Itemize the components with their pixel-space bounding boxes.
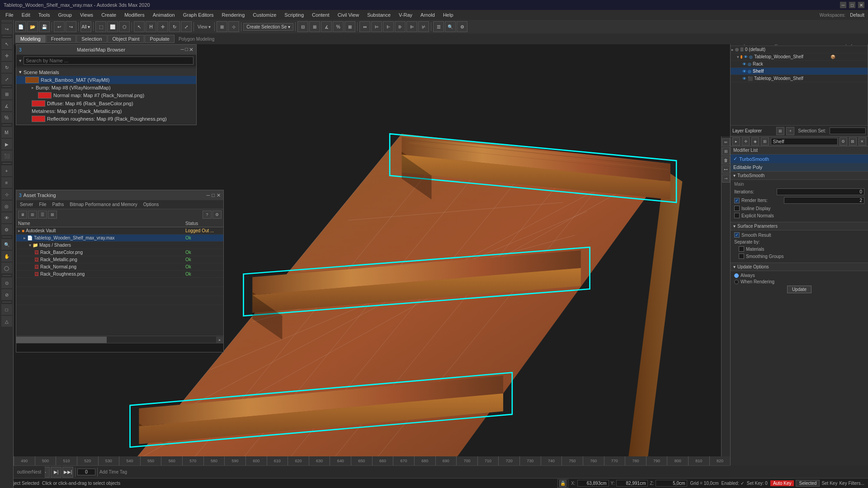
props-icon-5[interactable]: ⚙ [840, 137, 847, 145]
material-editor-btn[interactable]: M [1, 127, 12, 138]
layer-explorer-tab[interactable]: Layer Explorer [732, 128, 762, 133]
mat-item-bump[interactable]: ▸ Bump: Map #8 (VRayNormalMap) [16, 84, 196, 91]
minimize-btn[interactable]: ─ [840, 2, 846, 8]
isoline-checkbox[interactable] [734, 206, 740, 211]
at-btn-4[interactable]: ⊠ [48, 211, 57, 219]
snap-toggle[interactable]: ⊞ [1, 89, 12, 99]
align-camera[interactable]: ⊬ [418, 21, 429, 32]
tab-object-paint[interactable]: Object Paint [108, 35, 145, 43]
create-selection-btn[interactable]: Create Selection Se ▾ [243, 23, 293, 31]
scale-btn[interactable]: ⤢ [1, 74, 12, 84]
always-radio[interactable] [734, 273, 739, 278]
quick-render-btn[interactable]: ⬛ [1, 150, 12, 161]
scene-materials-header[interactable]: ▾ Scene Materials [16, 68, 196, 76]
explicit-normals-checkbox[interactable] [734, 213, 740, 218]
right-tb-4[interactable]: ⊷ [722, 165, 730, 174]
at-btn-3[interactable]: ☰ [38, 211, 47, 219]
tab-freeform[interactable]: Freeform [46, 35, 76, 43]
at-btn-2[interactable]: ⊞ [28, 211, 37, 219]
mat-browser-titlebar[interactable]: 3 Material/Map Browser ─ □ ✕ [16, 45, 196, 55]
z-coord[interactable] [656, 480, 687, 487]
asset-row-normal[interactable]: 🖼 Rack_Normal.png Ok [16, 263, 223, 271]
scale-transform[interactable]: ⤢ [181, 21, 192, 32]
asset-scrollbar[interactable]: ▸ [16, 336, 223, 343]
asset-minimize[interactable]: ─ [207, 192, 210, 198]
snap-toggle-tb[interactable]: ⊞ [309, 21, 320, 32]
select-filter[interactable]: All ▾ [80, 21, 91, 32]
menu-modifiers[interactable]: Modifiers [121, 11, 148, 19]
asset-path-field[interactable] [16, 343, 223, 352]
layer-manager[interactable]: ☰ [433, 21, 444, 32]
hierarchy-btn[interactable]: ⊹ [1, 189, 12, 200]
mat-item-roughness[interactable]: Reflection roughness: Map #9 (Rack_Rough… [16, 115, 196, 123]
new-btn[interactable]: 📄 [15, 21, 26, 32]
menu-group[interactable]: Group [54, 11, 75, 19]
zoom-btn[interactable]: 🔍 [1, 239, 12, 250]
menu-edit[interactable]: Edit [18, 11, 34, 19]
asset-row-basecolor[interactable]: 🖼 Rack_BaseColor.png Ok [16, 249, 223, 256]
asset-maximize[interactable]: □ [212, 192, 215, 198]
rotate-transform[interactable]: ↻ [169, 21, 180, 32]
next-frame[interactable]: ▶| [51, 467, 61, 478]
percent-snap-tb[interactable]: % [333, 21, 344, 32]
asset-row-maxfile[interactable]: ▸ 📄 Tabletop_Wooden_Shelf_max_vray.max O… [16, 235, 223, 242]
isolate-btn[interactable]: ⊙ [1, 277, 12, 288]
selection-set-input[interactable] [830, 127, 866, 134]
key-filters-btn[interactable]: Key Filters... [839, 481, 864, 486]
modifier-editable-poly[interactable]: Editable Poly [731, 163, 868, 171]
mat-item-rack-bamboo[interactable]: Rack_Bamboo_MAT (VRayMtl) [16, 76, 196, 84]
scene-explorer-btn[interactable]: 🔍 [445, 21, 456, 32]
asset-scroll-right[interactable]: ▸ [216, 337, 223, 343]
scene-row-default[interactable]: ▸ ☰ 0 (default) [731, 46, 868, 53]
mat-item-normal[interactable]: Normal map: Map #7 (Rack_Normal.png) [16, 91, 196, 99]
normal-align[interactable]: ⊪ [395, 21, 406, 32]
redo-toolbar[interactable]: ↪ [66, 21, 76, 32]
surface-params-header[interactable]: ▾ Surface Parameters [731, 222, 868, 230]
props-icon-3[interactable]: ◈ [751, 137, 759, 145]
at-btn-1[interactable]: 🖥 [18, 211, 27, 219]
when-rendering-radio[interactable] [734, 280, 739, 284]
reference-coord[interactable]: ⊞ [217, 21, 227, 32]
close-btn[interactable]: ✕ [858, 2, 864, 8]
maximize-btn[interactable]: □ [849, 2, 855, 8]
asset-row-roughness[interactable]: 🖼 Rack_Roughness.png Ok [16, 271, 223, 278]
right-tb-2[interactable]: ⊞ [722, 147, 730, 155]
right-tb-1[interactable]: ✏ [722, 138, 730, 146]
pivot-btn[interactable]: ⊹ [228, 21, 239, 32]
tab-modeling[interactable]: Modeling [15, 35, 46, 43]
save-btn[interactable]: 💾 [39, 21, 50, 32]
align-view[interactable]: ⊩ [383, 21, 394, 32]
mirror-btn[interactable]: ⇔ [359, 21, 370, 32]
asset-menu-paths[interactable]: Paths [50, 202, 67, 207]
menu-file[interactable]: File [2, 11, 17, 19]
asset-menu-bitmap[interactable]: Bitmap Performance and Memory [67, 202, 140, 207]
render-iters-checkbox[interactable] [734, 198, 740, 203]
materials-checkbox[interactable] [739, 246, 744, 252]
menu-graph-editors[interactable]: Graph Editors [179, 11, 217, 19]
undo-toolbar[interactable]: ↩ [54, 21, 65, 32]
mat-maximize[interactable]: □ [185, 47, 188, 53]
move-btn[interactable]: ✛ [1, 50, 12, 61]
asset-row-vault[interactable]: ▸ ■ Autodesk Vault Logged Out ... [16, 227, 223, 235]
lasso-select[interactable]: ⬡ [119, 21, 130, 32]
at-settings[interactable]: ⚙ [212, 211, 222, 219]
update-button[interactable]: Update [787, 286, 811, 293]
auto-key-btn[interactable]: Auto Key [770, 480, 794, 486]
asset-row-maps[interactable]: ▾ 📁 Maps / Shaders [16, 242, 223, 249]
coord-lock[interactable]: 🔒 [559, 480, 566, 487]
asset-menu-options[interactable]: Options [141, 202, 161, 207]
utilities-btn[interactable]: ⚙ [1, 224, 12, 235]
smooth-result-checkbox[interactable] [734, 232, 740, 238]
menu-animation[interactable]: Animation [149, 11, 179, 19]
redo-btn[interactable]: ↪ [1, 23, 12, 34]
render-btn[interactable]: ▶ [1, 139, 12, 150]
props-icon-1[interactable]: ▸ [732, 137, 740, 145]
props-icon-7[interactable]: ✕ [859, 137, 866, 145]
menu-rendering[interactable]: Rendering [218, 11, 249, 19]
menu-scripting[interactable]: Scripting [281, 11, 307, 19]
extra-btn-2[interactable]: △ [1, 316, 12, 327]
go-end[interactable]: ▶▶| [62, 467, 73, 478]
mat-item-diffuse[interactable]: Diffuse: Map #6 (Rack_BaseColor.png) [16, 99, 196, 108]
orbit-btn[interactable]: ◯ [1, 263, 12, 273]
menu-tools[interactable]: Tools [35, 11, 54, 19]
